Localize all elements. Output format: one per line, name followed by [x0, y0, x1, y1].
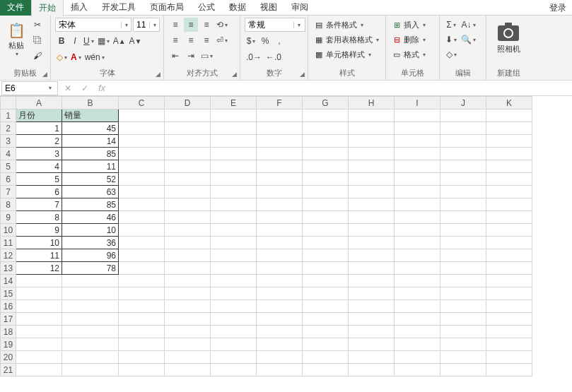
decrease-decimal-button[interactable]: ←.0: [264, 50, 283, 64]
cell-I13[interactable]: [395, 262, 440, 275]
cell-K2[interactable]: [486, 122, 532, 135]
cell-J20[interactable]: [440, 351, 486, 364]
row-header-16[interactable]: 16: [1, 300, 16, 313]
cell-B6[interactable]: 52: [62, 173, 119, 186]
cell-C17[interactable]: [119, 313, 165, 326]
cell-J7[interactable]: [440, 186, 486, 198]
align-launcher[interactable]: ◢: [230, 70, 238, 78]
percent-button[interactable]: %: [259, 34, 272, 48]
cell-B19[interactable]: [62, 338, 119, 351]
row-header-17[interactable]: 17: [1, 313, 16, 326]
border-button[interactable]: ▦: [96, 34, 111, 48]
cell-D11[interactable]: [165, 237, 211, 249]
cell-K4[interactable]: [486, 148, 532, 160]
fill-color-button[interactable]: ◇: [55, 50, 69, 64]
cell-C16[interactable]: [119, 300, 165, 313]
cell-C7[interactable]: [119, 186, 165, 198]
cell-I1[interactable]: [395, 109, 440, 122]
cell-A16[interactable]: [16, 300, 62, 313]
cell-J9[interactable]: [440, 211, 486, 224]
tab-home[interactable]: 开始: [31, 0, 64, 16]
cell-G5[interactable]: [303, 160, 349, 173]
cell-G2[interactable]: [303, 122, 349, 135]
cell-H16[interactable]: [349, 300, 395, 313]
cancel-formula-button[interactable]: ✕: [59, 81, 76, 95]
bold-button[interactable]: B: [55, 34, 68, 48]
col-header-G[interactable]: G: [303, 97, 349, 109]
cell-I19[interactable]: [395, 338, 440, 351]
cell-D18[interactable]: [165, 326, 211, 338]
increase-font-button[interactable]: A▲: [112, 34, 127, 48]
number-launcher[interactable]: ◢: [298, 70, 306, 78]
sort-filter-button[interactable]: A↓: [460, 18, 477, 32]
cell-D5[interactable]: [165, 160, 211, 173]
row-header-3[interactable]: 3: [1, 135, 16, 148]
col-header-F[interactable]: F: [257, 97, 303, 109]
cell-J2[interactable]: [440, 122, 486, 135]
col-header-A[interactable]: A: [16, 97, 62, 109]
tab-layout[interactable]: 页面布局: [143, 0, 191, 16]
cell-F15[interactable]: [257, 287, 303, 300]
cell-D9[interactable]: [165, 211, 211, 224]
clipboard-launcher[interactable]: ◢: [40, 70, 49, 78]
cell-B8[interactable]: 85: [62, 198, 119, 211]
cell-C4[interactable]: [119, 148, 165, 160]
align-bottom-button[interactable]: ≡: [199, 18, 214, 32]
font-size-input[interactable]: [134, 18, 149, 31]
row-header-6[interactable]: 6: [1, 173, 16, 186]
cell-E16[interactable]: [211, 300, 257, 313]
formula-input[interactable]: [110, 81, 572, 95]
col-header-I[interactable]: I: [395, 97, 440, 109]
cell-B15[interactable]: [62, 287, 119, 300]
cell-G6[interactable]: [303, 173, 349, 186]
cell-J11[interactable]: [440, 237, 486, 249]
cell-H10[interactable]: [349, 224, 395, 237]
autosum-button[interactable]: Σ: [444, 18, 458, 32]
cell-G19[interactable]: [303, 338, 349, 351]
cell-C2[interactable]: [119, 122, 165, 135]
cell-B2[interactable]: 45: [62, 122, 119, 135]
insert-cells-button[interactable]: ⊞ 插入: [390, 18, 435, 32]
cell-K20[interactable]: [486, 351, 532, 364]
cell-B18[interactable]: [62, 326, 119, 338]
phonetic-button[interactable]: wén: [83, 50, 106, 64]
paste-button[interactable]: 📋 粘贴: [4, 18, 28, 61]
cell-A13[interactable]: 12: [16, 262, 62, 275]
align-top-button[interactable]: ≡: [168, 18, 182, 32]
cell-F21[interactable]: [257, 364, 303, 376]
cell-H11[interactable]: [349, 237, 395, 249]
cell-K9[interactable]: [486, 211, 532, 224]
font-launcher[interactable]: ◢: [153, 70, 162, 78]
cell-E2[interactable]: [211, 122, 257, 135]
tab-dev[interactable]: 开发工具: [95, 0, 143, 16]
cell-G8[interactable]: [303, 198, 349, 211]
cell-E18[interactable]: [211, 326, 257, 338]
row-header-8[interactable]: 8: [1, 198, 16, 211]
cell-F6[interactable]: [257, 173, 303, 186]
cell-F5[interactable]: [257, 160, 303, 173]
cell-D3[interactable]: [165, 135, 211, 148]
cell-K19[interactable]: [486, 338, 532, 351]
cell-G18[interactable]: [303, 326, 349, 338]
cell-H4[interactable]: [349, 148, 395, 160]
cell-A7[interactable]: 6: [16, 186, 62, 198]
cell-B13[interactable]: 78: [62, 262, 119, 275]
row-header-12[interactable]: 12: [1, 249, 16, 262]
tab-file[interactable]: 文件: [0, 0, 31, 16]
cell-H5[interactable]: [349, 160, 395, 173]
chevron-down-icon[interactable]: ▾: [293, 22, 303, 28]
cell-I9[interactable]: [395, 211, 440, 224]
cell-I21[interactable]: [395, 364, 440, 376]
cell-G20[interactable]: [303, 351, 349, 364]
cell-E9[interactable]: [211, 211, 257, 224]
cell-I14[interactable]: [395, 275, 440, 287]
cell-A9[interactable]: 8: [16, 211, 62, 224]
merge-button[interactable]: ▭: [199, 49, 214, 63]
camera-button[interactable]: 照相机: [491, 18, 526, 61]
cell-K15[interactable]: [486, 287, 532, 300]
cell-F16[interactable]: [257, 300, 303, 313]
format-painter-button[interactable]: 🖌: [31, 49, 44, 63]
cell-K5[interactable]: [486, 160, 532, 173]
cell-B12[interactable]: 96: [62, 249, 119, 262]
cell-C8[interactable]: [119, 198, 165, 211]
